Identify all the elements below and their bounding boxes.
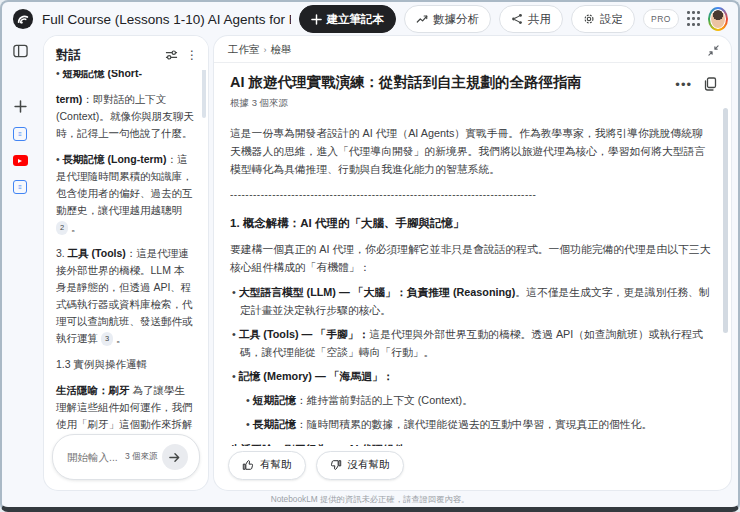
content-area: ≡ ≡ 對話 ⋮ • 短期記憶 (Short-term)：即對話的上下文 (Co… [2, 36, 738, 492]
not-helpful-button[interactable]: 沒有幫助 [316, 451, 404, 480]
share-label: 共用 [528, 12, 551, 27]
pro-badge: PRO [643, 9, 679, 29]
top-header: Full Course (Lessons 1-10) AI Agents for… [2, 2, 738, 36]
body-paragraph: 這是一份專為開發者設計的 AI 代理（AI Agents）實戰手冊。作為教學專家… [230, 125, 713, 179]
chevron-right-icon: › [264, 45, 267, 55]
report-body: 這是一份專為開發者設計的 AI 代理（AI Agents）實戰手冊。作為教學專家… [214, 116, 731, 446]
source-count-badge: 3 個來源 [125, 451, 158, 463]
body-bullet: • 短期記憶：維持當前對話的上下文 (Context)。 [244, 392, 713, 410]
app-window: Full Course (Lessons 1-10) AI Agents for… [0, 0, 740, 512]
breadcrumb-studio-link[interactable]: 工作室 [228, 43, 260, 57]
chat-message: term)：即對話的上下文 (Context)。就像你與朋友聊天時，記得上一句他… [56, 91, 194, 142]
share-icon [511, 13, 523, 25]
helpful-button[interactable]: 有幫助 [228, 451, 306, 480]
arrow-right-icon [168, 451, 181, 464]
chat-message: • 短期記憶 (Short- [56, 70, 194, 82]
plus-icon [311, 14, 322, 25]
thumbs-down-icon [330, 459, 342, 471]
body-bullet: • 長期記憶：隨時間積累的數據，讓代理能從過去的互動中學習，實現真正的個性化。 [244, 416, 713, 434]
chat-input-bar: 3 個來源 [52, 434, 200, 480]
body-paragraph: 要建構一個真正的 AI 代理，你必須理解它並非只是會說話的程式。一個功能完備的代… [230, 241, 713, 277]
youtube-source-icon[interactable] [13, 155, 28, 166]
collapse-icon[interactable] [708, 45, 719, 56]
sources-rail: ≡ ≡ [2, 36, 38, 490]
report-title-block: AI 旅遊代理實戰演練：從對話到自主規劃的全路徑指南 根據 3 個來源 ••• [214, 63, 731, 116]
dashed-divider: ----------------------------------------… [230, 187, 713, 204]
kebab-menu-icon[interactable]: ⋮ [186, 49, 198, 61]
copy-icon[interactable] [704, 77, 717, 91]
citation-chip[interactable]: 3 [101, 332, 113, 346]
share-button[interactable]: 共用 [499, 5, 563, 33]
chat-message: • 長期記憶 (Long-term)：這是代理隨時間累積的知識庫，包含使用者的偏… [56, 151, 194, 236]
tune-icon[interactable] [165, 49, 178, 61]
body-bullet: • 工具 (Tools) — 「手腳」：這是代理與外部世界互動的橋樑。透過 AP… [230, 326, 713, 362]
report-panel: 工作室 › 檢舉 AI 旅遊代理實戰演練：從對話到自主規劃的全路徑指南 根據 3… [214, 36, 731, 490]
analytics-button[interactable]: 數據分析 [404, 5, 491, 33]
chat-messages: • 短期記憶 (Short-term)：即對話的上下文 (Context)。就像… [44, 70, 208, 430]
citation-chip[interactable]: 2 [56, 221, 68, 235]
report-title: AI 旅遊代理實戰演練：從對話到自主規劃的全路徑指南 [230, 73, 665, 92]
send-button[interactable] [162, 444, 188, 470]
chat-title: 對話 [56, 47, 157, 64]
create-notebook-button[interactable]: 建立筆記本 [299, 5, 397, 33]
notebook-title: Full Course (Lessons 1-10) AI Agents for… [42, 12, 291, 27]
footer-disclaimer: NotebookLM 提供的資訊未必正確，請查證回覆內容。 [2, 492, 738, 507]
body-bullet: • 大型語言模型 (LLM) — 「大腦」：負責推理 (Reasoning)。這… [230, 284, 713, 320]
trending-icon [416, 13, 428, 25]
chat-panel: 對話 ⋮ • 短期記憶 (Short-term)：即對話的上下文 (Contex… [44, 36, 208, 490]
based-on-sources: 根據 3 個來源 [230, 97, 665, 110]
chat-header: 對話 ⋮ [44, 36, 208, 70]
report-scrollbar-thumb[interactable] [723, 108, 728, 333]
chat-message: 3. 工具 (Tools)：這是代理連接外部世界的橋樑。LLM 本身是靜態的，但… [56, 245, 194, 347]
chat-message: 生活隱喻：刷牙 為了讓學生理解這些組件如何運作，我們使用「刷牙」這個動作來拆解 … [56, 382, 194, 430]
breadcrumb-current: 檢舉 [271, 43, 292, 57]
create-notebook-label: 建立筆記本 [327, 12, 385, 27]
more-menu-icon[interactable]: ••• [675, 78, 692, 91]
body-bullet: • 記憶 (Memory) — 「海馬迴」： [230, 368, 713, 386]
not-helpful-label: 沒有幫助 [348, 458, 390, 472]
notebooklm-logo-icon [12, 8, 34, 30]
thumbs-up-icon [242, 459, 254, 471]
breadcrumb: 工作室 › 檢舉 [214, 36, 731, 63]
settings-button[interactable]: 設定 [571, 5, 635, 33]
settings-label: 設定 [600, 12, 623, 27]
chat-message: 1.3 實例與操作邏輯 [56, 356, 194, 373]
gear-icon [583, 13, 595, 25]
doc-source-icon[interactable]: ≡ [13, 180, 27, 194]
panel-toggle-icon[interactable] [13, 44, 28, 58]
helpful-label: 有幫助 [260, 458, 292, 472]
apps-grid-icon[interactable] [687, 11, 700, 27]
doc-source-icon[interactable]: ≡ [13, 127, 27, 141]
section-heading: 1. 概念解構：AI 代理的「大腦、手腳與記憶」 [230, 214, 713, 233]
feedback-row: 有幫助 沒有幫助 [214, 446, 731, 490]
analytics-label: 數據分析 [433, 12, 479, 27]
plus-icon [14, 100, 27, 113]
add-source-button[interactable] [14, 100, 27, 113]
user-avatar[interactable] [708, 7, 728, 31]
chat-input[interactable] [65, 450, 121, 464]
